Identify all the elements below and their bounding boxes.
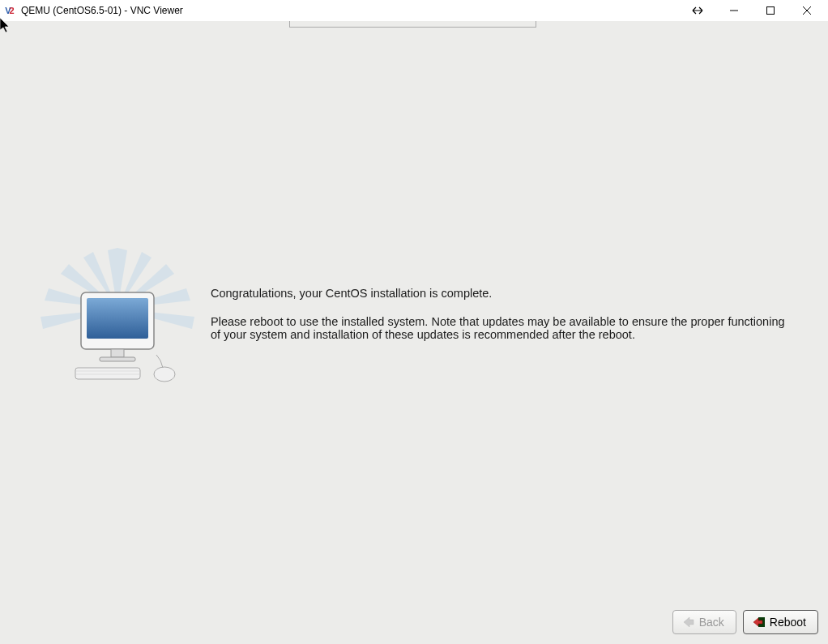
back-label: Back xyxy=(699,616,724,629)
congrats-text: Congratulations, your CentOS installatio… xyxy=(211,287,796,301)
maximize-button[interactable] xyxy=(752,0,788,21)
arrow-left-icon xyxy=(681,615,696,629)
reboot-button[interactable]: Reboot xyxy=(743,610,818,634)
window-controls xyxy=(679,0,825,21)
window-title: QEMU (CentOS6.5-01) - VNC Viewer xyxy=(21,5,679,16)
svg-rect-4 xyxy=(111,349,124,357)
vnc-app-icon: V2 xyxy=(3,4,16,17)
button-bar: Back Reboot xyxy=(672,610,818,634)
svg-rect-6 xyxy=(75,368,140,379)
svg-rect-1 xyxy=(766,6,774,14)
installer-content: Congratulations, your CentOS installatio… xyxy=(0,21,828,644)
reboot-instructions: Please reboot to use the installed syste… xyxy=(211,315,796,342)
installer-image xyxy=(0,248,211,386)
reboot-label: Reboot xyxy=(770,616,806,629)
back-button: Back xyxy=(672,610,736,634)
resize-horizontal-icon[interactable] xyxy=(679,0,715,21)
svg-rect-3 xyxy=(87,298,148,339)
toolbar-remnant xyxy=(289,21,536,28)
reboot-icon xyxy=(752,615,766,629)
minimize-button[interactable] xyxy=(715,0,752,21)
titlebar: V2 QEMU (CentOS6.5-01) - VNC Viewer xyxy=(0,0,828,21)
svg-point-9 xyxy=(154,367,175,382)
svg-rect-5 xyxy=(100,357,135,361)
close-button[interactable] xyxy=(788,0,825,21)
